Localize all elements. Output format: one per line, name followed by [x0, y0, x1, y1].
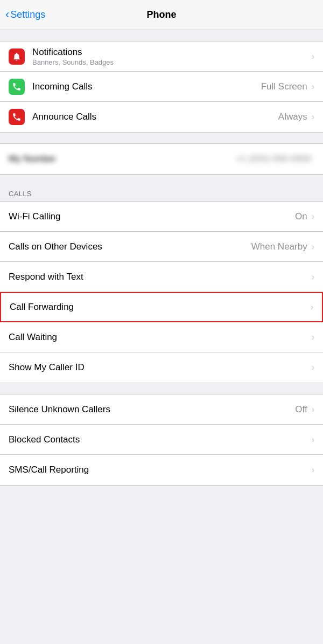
my-number-content: My Number — [9, 154, 236, 164]
phone-announce-svg — [12, 112, 22, 122]
respond-with-text-chevron-icon: › — [312, 272, 314, 282]
calls-other-devices-right: When Nearby › — [251, 241, 314, 252]
my-number-label: My Number — [9, 154, 236, 164]
calls-other-devices-row[interactable]: Calls on Other Devices When Nearby › — [0, 232, 323, 262]
wifi-calling-content: Wi-Fi Calling — [9, 211, 295, 222]
incoming-calls-chevron-icon: › — [312, 82, 314, 92]
sms-call-reporting-chevron-icon: › — [312, 465, 314, 475]
notifications-chevron-icon: › — [312, 52, 314, 61]
call-waiting-chevron-icon: › — [312, 333, 314, 342]
show-caller-id-right: › — [311, 363, 314, 372]
incoming-calls-icon — [9, 79, 25, 95]
top-settings-group: Notifications Banners, Sounds, Badges › … — [0, 41, 323, 133]
calls-other-devices-value: When Nearby — [251, 241, 307, 252]
wifi-calling-chevron-icon: › — [312, 212, 314, 221]
call-waiting-title: Call Waiting — [9, 332, 311, 343]
my-number-right: +1 (555) 000-0000 — [236, 154, 314, 164]
my-number-row[interactable]: My Number +1 (555) 000-0000 — [0, 144, 323, 174]
my-number-group: My Number +1 (555) 000-0000 — [0, 143, 323, 175]
sms-call-reporting-right: › — [311, 465, 314, 475]
blocked-contacts-right: › — [311, 435, 314, 445]
show-caller-id-title: Show My Caller ID — [9, 362, 311, 373]
call-forwarding-chevron-icon: › — [311, 302, 313, 312]
silence-unknown-row[interactable]: Silence Unknown Callers Off › — [0, 394, 323, 425]
respond-with-text-right: › — [311, 272, 314, 282]
my-number-value: +1 (555) 000-0000 — [236, 154, 311, 164]
blocked-contacts-row[interactable]: Blocked Contacts › — [0, 425, 323, 455]
notifications-subtitle: Banners, Sounds, Badges — [32, 58, 311, 66]
wifi-calling-title: Wi-Fi Calling — [9, 211, 295, 222]
respond-with-text-row[interactable]: Respond with Text › — [0, 262, 323, 292]
notifications-row[interactable]: Notifications Banners, Sounds, Badges › — [0, 41, 323, 72]
silence-unknown-chevron-icon: › — [312, 405, 314, 414]
show-caller-id-chevron-icon: › — [312, 363, 314, 372]
my-number-section: My Number +1 (555) 000-0000 — [0, 143, 323, 175]
calls-other-devices-content: Calls on Other Devices — [9, 241, 251, 252]
sms-call-reporting-content: SMS/Call Reporting — [9, 465, 311, 475]
calls-other-devices-title: Calls on Other Devices — [9, 241, 251, 252]
page-title: Phone — [146, 9, 176, 20]
calls-other-devices-chevron-icon: › — [312, 242, 314, 252]
nav-bar: ‹ Settings Phone — [0, 0, 323, 30]
call-forwarding-title: Call Forwarding — [10, 302, 310, 313]
blocked-contacts-chevron-icon: › — [312, 435, 314, 445]
bottom-section: Silence Unknown Callers Off › Blocked Co… — [0, 394, 323, 486]
top-section: Notifications Banners, Sounds, Badges › … — [0, 41, 323, 133]
sms-call-reporting-row[interactable]: SMS/Call Reporting › — [0, 455, 323, 485]
back-label: Settings — [10, 9, 45, 20]
back-chevron-icon: ‹ — [5, 8, 9, 22]
notifications-title: Notifications — [32, 47, 311, 58]
incoming-calls-title: Incoming Calls — [32, 81, 261, 92]
call-forwarding-row[interactable]: Call Forwarding › — [0, 292, 323, 322]
call-waiting-row[interactable]: Call Waiting › — [0, 322, 323, 352]
announce-calls-chevron-icon: › — [312, 112, 314, 122]
call-waiting-content: Call Waiting — [9, 332, 311, 343]
blocked-contacts-content: Blocked Contacts — [9, 434, 311, 445]
silence-unknown-content: Silence Unknown Callers — [9, 404, 295, 415]
incoming-calls-right: Full Screen › — [261, 81, 314, 92]
calls-section: CALLS Wi-Fi Calling On › Calls on Other … — [0, 185, 323, 383]
wifi-calling-right: On › — [295, 211, 314, 222]
announce-calls-content: Announce Calls — [32, 112, 278, 122]
wifi-calling-row[interactable]: Wi-Fi Calling On › — [0, 202, 323, 232]
call-forwarding-content: Call Forwarding — [10, 302, 310, 313]
notifications-content: Notifications Banners, Sounds, Badges — [32, 47, 311, 66]
incoming-calls-row[interactable]: Incoming Calls Full Screen › — [0, 72, 323, 102]
sms-call-reporting-title: SMS/Call Reporting — [9, 465, 311, 475]
show-caller-id-content: Show My Caller ID — [9, 362, 311, 373]
call-forwarding-right: › — [310, 302, 313, 312]
silence-unknown-title: Silence Unknown Callers — [9, 404, 295, 415]
silence-unknown-right: Off › — [295, 404, 314, 415]
blocked-contacts-title: Blocked Contacts — [9, 434, 311, 445]
notifications-icon — [9, 49, 25, 65]
announce-calls-row[interactable]: Announce Calls Always › — [0, 102, 323, 132]
back-button[interactable]: ‹ Settings — [5, 8, 45, 22]
call-waiting-right: › — [311, 333, 314, 342]
show-caller-id-row[interactable]: Show My Caller ID › — [0, 352, 323, 383]
bell-svg — [12, 52, 22, 61]
calls-section-label: CALLS — [0, 185, 323, 201]
notifications-right: › — [311, 52, 314, 61]
bottom-group: Silence Unknown Callers Off › Blocked Co… — [0, 394, 323, 486]
incoming-calls-value: Full Screen — [261, 81, 307, 92]
silence-unknown-value: Off — [295, 404, 307, 415]
announce-calls-title: Announce Calls — [32, 112, 278, 122]
calls-group: Wi-Fi Calling On › Calls on Other Device… — [0, 201, 323, 383]
respond-with-text-content: Respond with Text — [9, 272, 311, 282]
announce-calls-icon — [9, 109, 25, 125]
incoming-calls-content: Incoming Calls — [32, 81, 261, 92]
announce-calls-right: Always › — [278, 112, 314, 122]
phone-incoming-svg — [12, 82, 22, 92]
respond-with-text-title: Respond with Text — [9, 272, 311, 282]
wifi-calling-value: On — [295, 211, 307, 222]
announce-calls-value: Always — [278, 112, 307, 122]
